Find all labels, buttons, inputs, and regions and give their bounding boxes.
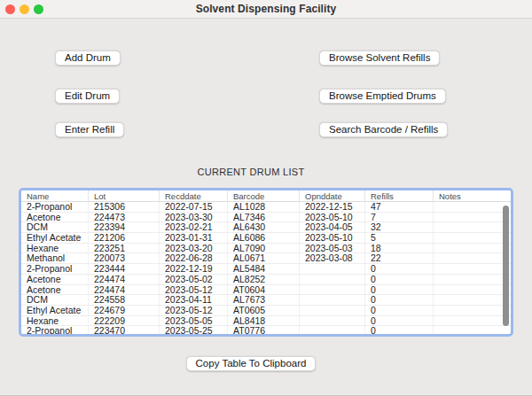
copy-table-button[interactable]: Copy Table To Clipboard — [186, 356, 317, 371]
window-title: Solvent Dispensing Facility — [196, 3, 337, 15]
table-row[interactable]: 2-Propanol2234442022-12-19AL54840 — [21, 264, 511, 275]
table-cell: 224473 — [89, 213, 160, 222]
table-cell: 0 — [365, 306, 434, 315]
table-cell: AT0604 — [228, 285, 300, 295]
column-header[interactable]: Recddate — [160, 190, 228, 201]
table-cell: 18 — [365, 244, 434, 253]
table-cell — [434, 264, 511, 274]
table-cell: 2023-05-03 — [300, 244, 365, 253]
table-cell — [434, 244, 511, 253]
table-cell — [434, 213, 511, 222]
table-cell: AL6430 — [228, 222, 300, 232]
table-cell: AL8418 — [228, 316, 300, 326]
table-cell: Acetone — [21, 285, 89, 295]
table-cell — [434, 326, 511, 336]
table-cell: 2-Propanol — [21, 264, 89, 274]
table-cell: AL0671 — [228, 253, 300, 263]
table-cell: AL1028 — [228, 202, 300, 212]
table-cell — [300, 316, 365, 326]
table-cell — [434, 306, 511, 315]
enter-refill-button[interactable]: Enter Refill — [55, 122, 124, 137]
table-cell: 2023-05-02 — [160, 275, 228, 284]
table-cell: 2023-05-12 — [160, 306, 228, 315]
table-row[interactable]: Ethyl Acetate2212062023-01-31AL60862023-… — [21, 233, 511, 244]
table-row[interactable]: Ethyl Acetate2246792023-05-12AT06050 — [21, 306, 511, 316]
table-cell: AL8252 — [228, 275, 300, 284]
table-cell: 2022-12-15 — [300, 202, 365, 212]
table-cell — [434, 253, 511, 263]
table-cell: AT0605 — [228, 306, 300, 315]
table-cell: 7 — [365, 213, 434, 222]
table-cell: 32 — [365, 222, 434, 232]
table-cell: Ethyl Acetate — [21, 306, 89, 315]
table-cell: 47 — [365, 202, 434, 212]
table-row[interactable]: Methanol2200732022-06-28AL06712023-03-08… — [21, 253, 511, 264]
table-row[interactable]: DCM2245582023-04-11AL76730 — [21, 295, 511, 306]
column-header[interactable]: Lot — [89, 190, 160, 201]
table-cell — [300, 295, 365, 305]
table-cell — [300, 264, 365, 274]
add-drum-button[interactable]: Add Drum — [55, 50, 121, 66]
table-cell — [300, 275, 365, 284]
column-header[interactable]: Barcode — [228, 190, 300, 201]
table-cell: 2023-04-11 — [160, 295, 228, 305]
browse-emptied-drums-button[interactable]: Browse Emptied Drums — [319, 89, 446, 104]
table-cell — [300, 285, 365, 295]
table-row[interactable]: Hexane2232512023-03-20AL70902023-05-0318 — [21, 244, 511, 254]
table-cell — [434, 202, 511, 212]
table-cell: 224474 — [89, 285, 160, 295]
table-row[interactable]: Acetone2244742023-05-12AT06040 — [21, 285, 511, 296]
close-window-icon[interactable] — [5, 4, 15, 14]
table-row[interactable]: DCM2233942023-02-21AL64302023-04-0532 — [21, 222, 511, 233]
table-cell — [300, 326, 365, 336]
table-row[interactable]: Hexane2222092023-05-05AL84180 — [21, 316, 511, 327]
browse-solvent-refills-button[interactable]: Browse Solvent Refills — [319, 50, 440, 66]
column-header[interactable]: Name — [21, 190, 89, 201]
search-barcode-refills-button[interactable]: Search Barcode / Refills — [319, 122, 448, 137]
table-row[interactable]: 2-Propanol2153062022-07-15AL10282022-12-… — [21, 202, 511, 213]
table-cell: AL7090 — [228, 244, 300, 253]
table-row[interactable]: Acetone2244732023-03-30AL73462023-05-107 — [21, 213, 511, 223]
table-cell: Hexane — [21, 316, 89, 326]
edit-drum-button[interactable]: Edit Drum — [55, 89, 120, 104]
table-cell: 223470 — [89, 326, 160, 336]
column-header[interactable]: Notes — [434, 190, 511, 201]
table-cell — [434, 222, 511, 232]
table-cell: 2022-07-15 — [160, 202, 228, 212]
table-cell: AL6086 — [228, 233, 300, 243]
table-cell: Acetone — [21, 275, 89, 284]
drum-table[interactable]: NameLotRecddateBarcodeOpnddateRefillsNot… — [19, 188, 513, 337]
current-drum-list-label: CURRENT DRUM LIST — [0, 167, 502, 177]
table-cell: 0 — [365, 316, 434, 326]
app-window: { "window": { "title": "Solvent Dispensi… — [0, 0, 532, 396]
vertical-scrollbar[interactable] — [502, 204, 510, 333]
table-cell: 0 — [365, 285, 434, 295]
table-cell: 220073 — [89, 253, 160, 263]
table-cell — [434, 316, 511, 326]
column-header[interactable]: Opnddate — [300, 190, 365, 201]
table-cell: 2023-03-08 — [300, 253, 365, 263]
table-cell: 221206 — [89, 233, 160, 243]
table-cell: AT0776 — [228, 326, 300, 336]
drum-table-header: NameLotRecddateBarcodeOpnddateRefillsNot… — [21, 190, 511, 202]
table-cell: 0 — [365, 275, 434, 284]
minimize-window-icon[interactable] — [20, 4, 29, 14]
table-cell — [434, 295, 511, 305]
table-row[interactable]: Acetone2244742023-05-02AL82520 — [21, 275, 511, 285]
traffic-lights — [5, 4, 43, 14]
table-row[interactable]: 2-Propanol2234702023-05-25AT07760 — [21, 326, 511, 337]
table-cell: AL5484 — [228, 264, 300, 274]
table-cell — [434, 275, 511, 284]
scrollbar-thumb[interactable] — [503, 206, 509, 326]
table-cell: DCM — [21, 222, 89, 232]
table-cell: 2-Propanol — [21, 202, 89, 212]
table-cell: 2023-03-30 — [160, 213, 228, 222]
column-header[interactable]: Refills — [365, 190, 434, 201]
table-cell: Methanol — [21, 253, 89, 263]
table-cell: 224679 — [89, 306, 160, 315]
drum-table-body: 2-Propanol2153062022-07-15AL10282022-12-… — [21, 202, 511, 337]
table-cell: AL7673 — [228, 295, 300, 305]
table-cell: Ethyl Acetate — [21, 233, 89, 243]
table-cell: 2023-04-05 — [300, 222, 365, 232]
zoom-window-icon[interactable] — [34, 4, 43, 14]
